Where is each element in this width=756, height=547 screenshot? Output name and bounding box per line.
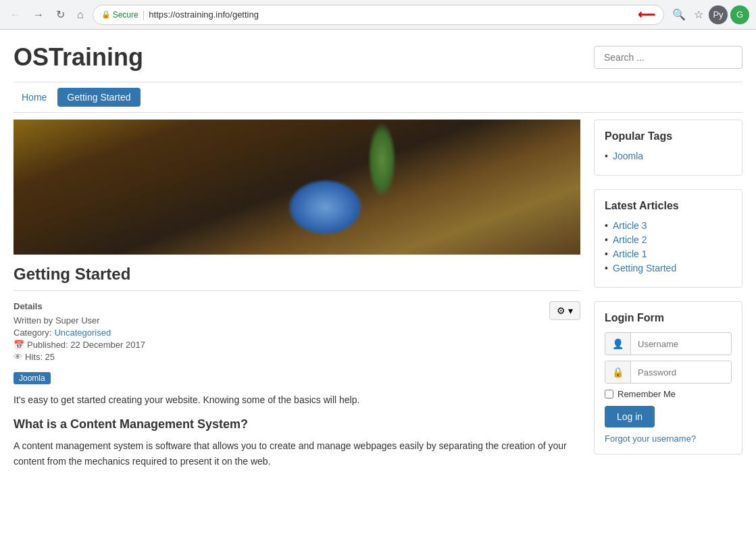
meta-label: Details <box>14 301 580 311</box>
search-browser-button[interactable]: 🔍 <box>670 5 688 24</box>
article-link-2[interactable]: Article 2 <box>613 234 647 245</box>
hero-image <box>14 120 580 255</box>
eye-icon: 👁 <box>14 352 22 362</box>
meta-written-by: Written by Super User <box>14 315 580 325</box>
reload-button[interactable]: ↻ <box>53 7 68 22</box>
address-bar[interactable]: 🔒 Secure | https://ostraining.info/getti… <box>93 5 664 25</box>
written-by-text: Written by Super User <box>14 315 100 325</box>
gear-btn-wrapper: ⚙ ▾ <box>549 301 580 320</box>
nav-home[interactable]: Home <box>14 88 55 107</box>
article-body: A content management system is software … <box>14 438 580 469</box>
popular-tags-module: Popular Tags Joomla <box>594 120 742 176</box>
bookmark-button[interactable]: ☆ <box>691 5 706 24</box>
article-link-1[interactable]: Article 1 <box>613 249 647 259</box>
latest-articles-title: Latest Articles <box>605 200 732 212</box>
content-wrapper: Getting Started Details Written by Super… <box>14 113 742 469</box>
category-label: Category: <box>14 328 51 338</box>
login-button[interactable]: Log in <box>605 406 655 427</box>
gear-icon: ⚙ <box>557 305 565 316</box>
calendar-icon: 📅 <box>14 340 24 350</box>
username-input[interactable] <box>631 334 731 355</box>
login-module: Login Form 👤 🔒 Remember Me Log in Forgot… <box>594 301 742 454</box>
browser-chrome: ← → ↻ ⌂ 🔒 Secure | https://ostraining.in… <box>0 0 756 30</box>
gear-button[interactable]: ⚙ ▾ <box>549 301 580 320</box>
article-subtitle: What is a Content Management System? <box>14 417 580 432</box>
nav-getting-started[interactable]: Getting Started <box>57 88 140 107</box>
list-item: Article 2 <box>605 234 732 245</box>
page-wrapper: OSTraining Home Getting Started Getting … <box>0 30 756 469</box>
tag-badge[interactable]: Joomla <box>14 372 51 384</box>
google-account-icon[interactable]: G <box>730 5 749 24</box>
article-meta: Details Written by Super User Category: … <box>14 301 580 362</box>
browser-actions: 🔍 ☆ Py G <box>670 5 749 24</box>
forgot-username-link[interactable]: Forgot your username? <box>605 434 696 444</box>
secure-text: Secure <box>113 10 138 20</box>
site-nav: Home Getting Started <box>14 82 742 113</box>
sidebar: Popular Tags Joomla Latest Articles Arti… <box>594 120 742 469</box>
red-arrow-icon: ⟵ <box>638 7 655 22</box>
latest-articles-module: Latest Articles Article 3 Article 2 Arti… <box>594 189 742 288</box>
list-item: Getting Started <box>605 263 732 274</box>
login-title: Login Form <box>605 312 732 324</box>
popular-tags-list: Joomla <box>605 151 732 161</box>
dropdown-arrow-icon: ▾ <box>568 305 573 316</box>
username-field-wrapper: 👤 <box>605 332 732 355</box>
remember-row: Remember Me <box>605 389 732 399</box>
list-item: Article 3 <box>605 220 732 231</box>
forward-button[interactable]: → <box>30 7 47 22</box>
article-link-3[interactable]: Article 3 <box>613 220 647 231</box>
search-input[interactable] <box>594 46 742 69</box>
article-divider <box>14 290 580 291</box>
remember-me-label: Remember Me <box>618 389 676 399</box>
main-content: Getting Started Details Written by Super… <box>14 120 580 469</box>
list-item: Joomla <box>605 151 732 161</box>
article-title: Getting Started <box>14 265 580 284</box>
password-input[interactable] <box>631 362 731 383</box>
popular-tag-joomla[interactable]: Joomla <box>613 151 643 161</box>
published-text: Published: 22 December 2017 <box>27 340 145 350</box>
meta-published: 📅 Published: 22 December 2017 <box>14 340 580 350</box>
profile-icon[interactable]: Py <box>709 5 728 24</box>
site-header: OSTraining <box>14 30 742 82</box>
site-title: OSTraining <box>14 43 143 72</box>
lock-icon: 🔒 <box>101 10 111 19</box>
hero-image-inner <box>14 120 580 255</box>
home-button[interactable]: ⌂ <box>74 7 87 22</box>
meta-section: Details Written by Super User Category: … <box>14 301 580 362</box>
password-field-wrapper: 🔒 <box>605 361 732 384</box>
url-text: https://ostraining.info/getting <box>149 9 634 20</box>
back-button[interactable]: ← <box>7 7 24 22</box>
category-link[interactable]: Uncategorised <box>54 328 111 338</box>
remember-me-checkbox[interactable] <box>605 390 613 398</box>
meta-hits: 👁 Hits: 25 <box>14 352 580 362</box>
hits-text: Hits: 25 <box>25 352 55 362</box>
lock-field-icon: 🔒 <box>605 361 631 383</box>
latest-articles-list: Article 3 Article 2 Article 1 Getting St… <box>605 220 732 274</box>
user-icon: 👤 <box>605 333 631 355</box>
article-intro: It's easy to get started creating your w… <box>14 392 580 407</box>
secure-badge: 🔒 Secure <box>101 10 138 20</box>
popular-tags-title: Popular Tags <box>605 130 732 142</box>
meta-category: Category: Uncategorised <box>14 328 580 338</box>
list-item: Article 1 <box>605 249 732 259</box>
article-link-getting-started[interactable]: Getting Started <box>613 263 676 274</box>
